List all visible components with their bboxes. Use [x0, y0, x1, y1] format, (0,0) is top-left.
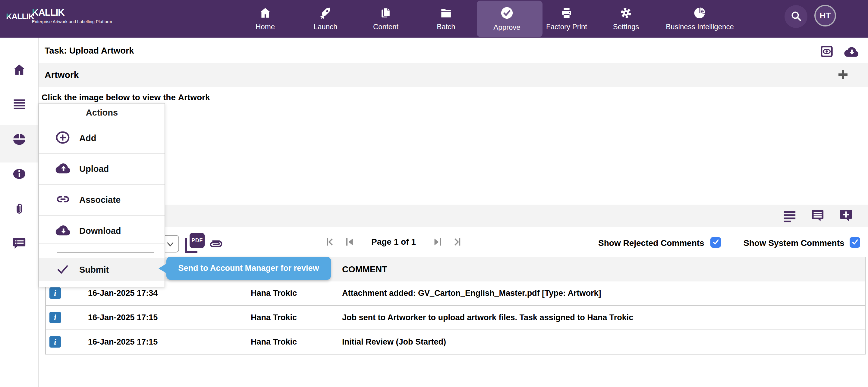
brand-tagline: Enterprise Artwork and Labelling Platfor…: [32, 19, 112, 24]
page-indicator: Page 1 of 1: [371, 237, 416, 247]
folder-icon: [440, 7, 453, 21]
add-circle-icon: [55, 130, 70, 146]
paperclip-icon: [13, 212, 26, 217]
comment-text-view-button[interactable]: [782, 209, 797, 223]
task-header-actions: [820, 44, 860, 60]
kallik-logo-large[interactable]: KALLIK: [32, 7, 64, 18]
table-row: i 16-Jan-2025 17:34 Hana Trokic Attachme…: [46, 281, 865, 305]
info-icon: [12, 176, 27, 181]
add-comment-button[interactable]: [838, 209, 854, 223]
submit-tooltip: Send to Account Manager for review: [166, 257, 331, 280]
sidebar-item-home[interactable]: [12, 63, 26, 78]
comment-date: 16-Jan-2025 17:15: [88, 337, 158, 347]
search-button[interactable]: [784, 5, 807, 28]
comment-user: Hana Trokic: [251, 337, 297, 347]
show-rejected-comments-label: Show Rejected Comments: [598, 238, 704, 248]
info-icon[interactable]: i: [50, 287, 61, 299]
nav-item-home[interactable]: Home: [237, 0, 294, 38]
nav-item-batch[interactable]: Batch: [417, 0, 475, 38]
artwork-section-title: Artwork: [44, 70, 79, 80]
comments-bubble-button[interactable]: [810, 209, 825, 223]
action-upload[interactable]: Upload: [39, 154, 164, 184]
nav-item-launch[interactable]: Launch: [297, 0, 354, 38]
first-page-button[interactable]: [326, 237, 336, 247]
printer-icon: [560, 7, 573, 21]
pdf-icon: PDF: [190, 233, 205, 248]
search-icon: [790, 10, 802, 23]
last-page-button[interactable]: [451, 237, 462, 247]
nav-item-content[interactable]: Content: [357, 0, 414, 38]
user-avatar[interactable]: HT: [814, 5, 836, 27]
nav-item-settings[interactable]: Settings: [597, 0, 655, 38]
home-icon: [259, 7, 272, 21]
download-cloud-icon: [55, 223, 72, 238]
rocket-icon: [319, 7, 332, 21]
show-rejected-comments-checkbox[interactable]: [710, 237, 721, 248]
action-add[interactable]: Add: [39, 123, 164, 153]
comment-column-header: COMMENT: [342, 265, 387, 275]
action-submit[interactable]: Submit: [39, 258, 164, 281]
documents-icon: [379, 7, 392, 21]
gear-icon: [620, 7, 632, 21]
chat-list-icon: [12, 246, 27, 251]
comment-date: 16-Jan-2025 17:34: [88, 289, 158, 298]
upload-cloud-icon: [55, 162, 72, 176]
previous-page-button[interactable]: [344, 237, 355, 247]
info-icon[interactable]: i: [50, 312, 61, 323]
comments-pagination: Page 1 of 1: [326, 237, 462, 247]
submit-separator: [57, 252, 154, 253]
next-page-button[interactable]: [432, 237, 443, 247]
check-icon: [55, 262, 70, 277]
table-row: i 16-Jan-2025 17:15 Hana Trokic Initial …: [46, 329, 865, 354]
comment-user: Hana Trokic: [251, 313, 297, 322]
check-icon: [851, 238, 859, 247]
sidebar-item-comments[interactable]: [12, 236, 27, 251]
nav-item-business-intelligence[interactable]: Business Intelligence: [671, 0, 728, 38]
actions-menu-title: Actions: [39, 108, 164, 118]
menu-lines-icon: [12, 106, 26, 111]
top-navigation-bar: KKALLIKALLIK KALLIK Enterprise Artwork a…: [0, 0, 868, 38]
export-pdf-button[interactable]: PDF: [185, 233, 205, 253]
attachment-button[interactable]: [208, 238, 224, 251]
check-icon: [712, 238, 720, 247]
action-download[interactable]: Download: [39, 216, 164, 246]
action-associate[interactable]: Associate: [39, 185, 164, 215]
left-sidebar: [0, 38, 38, 387]
comment-text: Initial Review (Job Started): [342, 337, 446, 347]
sidebar-item-info[interactable]: [12, 167, 27, 182]
show-system-comments-checkbox[interactable]: [849, 237, 860, 248]
menu-divider: [39, 243, 164, 244]
preview-eye-button[interactable]: [820, 44, 834, 60]
pie-chart-icon: [693, 7, 706, 21]
instruction-text: Click the image below to view the Artwor…: [41, 93, 210, 102]
table-row: i 16-Jan-2025 17:15 Hana Trokic Job sent…: [46, 305, 865, 329]
comment-date: 16-Jan-2025 17:15: [88, 313, 158, 322]
show-system-comments-label: Show System Comments: [744, 238, 844, 248]
actions-menu: Actions Add Upload Associate Download Su…: [38, 103, 165, 287]
paperclip-icon: [208, 246, 224, 251]
download-cloud-button[interactable]: [843, 45, 860, 59]
link-icon: [55, 193, 71, 207]
add-artwork-button[interactable]: [837, 69, 849, 82]
comment-user: Hana Trokic: [251, 289, 297, 298]
sidebar-item-menu[interactable]: [12, 97, 26, 112]
comment-text: Job sent to Artworker to upload artwork …: [342, 313, 633, 322]
mouse-icon: [12, 142, 27, 147]
comment-text: Attachment added: GV_Carton_English_Mast…: [342, 289, 601, 298]
page-title: Task: Upload Artwork: [44, 46, 134, 56]
kallik-logo-small[interactable]: KKALLIKALLIK: [6, 12, 34, 21]
sidebar-item-artwork[interactable]: [12, 133, 27, 147]
home-icon: [12, 72, 26, 77]
nav-item-factory-print[interactable]: Factory Print: [538, 0, 595, 38]
artwork-section-header: Artwork: [38, 63, 868, 87]
nav-item-approve[interactable]: Approve: [478, 0, 535, 38]
sidebar-item-attachments[interactable]: [13, 202, 26, 218]
approve-check-icon: [500, 6, 514, 21]
info-icon[interactable]: i: [50, 336, 61, 348]
chevron-down-icon: [166, 241, 175, 248]
